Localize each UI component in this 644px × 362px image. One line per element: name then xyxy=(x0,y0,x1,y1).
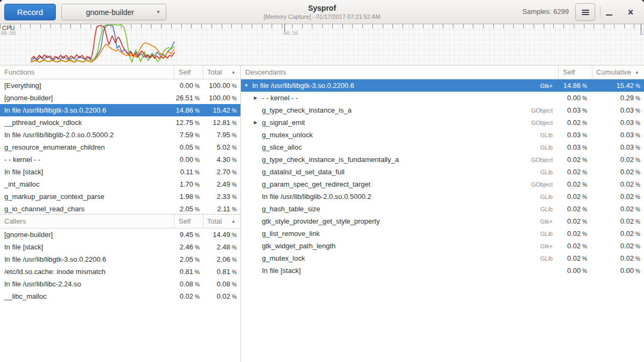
ruler-tick xyxy=(483,24,484,28)
function-name: In file /usr/lib/libgtk-3.so.0.2200.6 xyxy=(0,106,174,114)
ruler-tick xyxy=(634,24,634,28)
tree-row[interactable]: g_param_spec_get_redirect_target GObject… xyxy=(241,178,644,190)
self-percent: 0.81% xyxy=(174,268,203,276)
descendants-column-header[interactable]: Descendants xyxy=(241,65,558,79)
sort-ascending-icon: ▲ xyxy=(635,70,639,75)
tree-row[interactable]: g_mutex_lock GLib 0.02% 0.02% xyxy=(241,252,644,264)
tree-row[interactable]: gtk_style_provider_get_style_property Gt… xyxy=(241,215,644,227)
descendants-self-column-header[interactable]: Self xyxy=(558,65,592,79)
tree-row[interactable]: g_type_check_instance_is_a GObject 0.03%… xyxy=(241,104,644,116)
callers-table-header: Callers Self Total ▲ xyxy=(0,215,240,228)
function-name: g_mutex_unlock xyxy=(262,131,313,139)
table-row[interactable]: __pthread_rwlock_rdlock 12.75% 12.81% xyxy=(0,116,240,129)
function-name: g_datalist_id_set_data_full xyxy=(262,168,345,176)
callers-self-column-header[interactable]: Self xyxy=(174,215,203,228)
expander-icon[interactable]: ▼ xyxy=(244,83,252,88)
ruler-tick xyxy=(131,24,131,28)
table-row[interactable]: In file [stack] 2.46% 2.48% xyxy=(0,241,240,253)
tree-row[interactable]: g_datalist_id_set_data_full GLib 0.02% 0… xyxy=(241,166,644,178)
descendants-cumulative-column-header[interactable]: Cumulative ▲ xyxy=(592,65,644,79)
self-percent: 12.75% xyxy=(174,119,203,127)
tree-row[interactable]: g_mutex_unlock GLib 0.03% 0.03% xyxy=(241,129,644,141)
total-percent: 100.00% xyxy=(203,94,240,102)
self-percent: 1.98% xyxy=(174,193,203,201)
ruler-tick xyxy=(614,24,614,28)
tree-row[interactable]: g_type_check_instance_is_fundamentally_a… xyxy=(241,153,644,166)
self-percent: 7.59% xyxy=(174,131,203,139)
table-row[interactable]: __libc_malloc 0.02% 0.02% xyxy=(0,290,240,302)
functions-self-column-header[interactable]: Self xyxy=(174,65,203,79)
callers-column-header[interactable]: Callers xyxy=(0,215,174,228)
functions-total-column-header[interactable]: Total ▲ xyxy=(203,65,240,79)
cumulative-header-label: Cumulative xyxy=(596,68,631,76)
tree-row[interactable]: ▼ In file /usr/lib/libgtk-3.so.0.2200.6 … xyxy=(241,79,644,92)
self-percent: 0.03% xyxy=(558,106,592,114)
function-name: g_hash_table_size xyxy=(262,205,320,213)
process-selector-dropdown[interactable]: gnome-builder ▼ xyxy=(61,4,166,20)
table-row[interactable]: In file /usr/lib/libgtk-3.so.0.2200.6 14… xyxy=(0,104,240,116)
total-percent: 0.08% xyxy=(203,280,240,288)
table-row[interactable]: g_markup_parse_context_parse 1.98% 2.33% xyxy=(0,190,240,203)
functions-column-header[interactable]: Functions xyxy=(0,65,174,79)
self-percent: 0.05% xyxy=(174,143,203,151)
tree-row[interactable]: ▶ - - kernel - - 0.00% 0.29% xyxy=(241,92,644,104)
ruler-tick xyxy=(101,24,101,28)
record-button[interactable]: Record xyxy=(4,4,56,20)
ruler-tick xyxy=(171,24,172,28)
ruler-tick xyxy=(262,24,262,28)
cpu-graph[interactable]: CPU 00:0000:3001:00 xyxy=(0,24,644,65)
ruler-tick xyxy=(141,24,142,28)
close-button[interactable]: × xyxy=(621,3,640,21)
tree-row[interactable]: In file [stack] 0.00% 0.00% xyxy=(241,264,644,277)
expander-icon[interactable]: ▶ xyxy=(254,95,262,100)
cpu-graph-canvas xyxy=(0,24,644,65)
descendants-list: ▼ In file /usr/lib/libgtk-3.so.0.2200.6 … xyxy=(241,79,644,277)
ruler-tick xyxy=(322,24,323,28)
time-label: 00:30 xyxy=(283,31,298,36)
table-row[interactable]: g_io_channel_read_chars 2.05% 2.11% xyxy=(0,203,240,215)
function-name: __libc_malloc xyxy=(0,292,174,300)
total-percent: 2.48% xyxy=(203,243,240,251)
ruler-tick xyxy=(61,24,61,28)
minimize-button[interactable] xyxy=(600,3,618,21)
ruler-tick xyxy=(161,24,162,28)
tree-row[interactable]: g_slice_alloc GLib 0.03% 0.03% xyxy=(241,141,644,153)
ruler-tick xyxy=(191,24,192,28)
ruler-tick xyxy=(392,24,393,28)
table-row[interactable]: _int_malloc 1.70% 2.49% xyxy=(0,178,240,190)
right-pane: Descendants Self Cumulative ▲ ▼ In file … xyxy=(241,65,644,362)
tree-row[interactable]: g_hash_table_size GLib 0.02% 0.02% xyxy=(241,203,644,215)
main-area: Functions Self Total ▲ [Everything] 0.00… xyxy=(0,65,644,362)
ruler-tick xyxy=(604,24,604,28)
chevron-down-icon: ▼ xyxy=(156,10,160,14)
function-name: In file /usr/lib/libglib-2.0.so.0.5000.2 xyxy=(262,193,371,201)
self-percent: 14.86% xyxy=(558,82,592,90)
table-row[interactable]: [gnome-builder] 26.51% 100.00% xyxy=(0,92,240,104)
cumulative-percent: 0.29% xyxy=(592,94,644,102)
ruler-tick xyxy=(50,24,51,28)
function-name: gtk_style_provider_get_style_property xyxy=(262,217,380,225)
tree-row[interactable]: g_list_remove_link GLib 0.02% 0.02% xyxy=(241,227,644,240)
table-row[interactable]: In file [stack] 0.11% 2.70% xyxy=(0,166,240,178)
table-row[interactable]: [Everything] 0.00% 100.00% xyxy=(0,79,240,92)
ruler-tick xyxy=(181,24,182,28)
samples-count: Samples: 6299 xyxy=(522,8,569,16)
ruler-tick xyxy=(111,24,111,28)
table-row[interactable]: g_resource_enumerate_children 0.05% 5.02… xyxy=(0,141,240,153)
callers-total-column-header[interactable]: Total ▲ xyxy=(203,215,240,228)
table-row[interactable]: In file /usr/lib/libglib-2.0.so.0.5000.2… xyxy=(0,129,240,141)
table-row[interactable]: - - kernel - - 0.00% 4.30% xyxy=(0,153,240,166)
table-row[interactable]: [gnome-builder] 9.45% 14.49% xyxy=(0,228,240,241)
table-row[interactable]: In file /usr/lib/libgtk-3.so.0.2200.6 2.… xyxy=(0,253,240,265)
table-row[interactable]: In file /usr/lib/libc-2.24.so 0.08% 0.08… xyxy=(0,278,240,290)
function-name: In file [stack] xyxy=(262,267,301,275)
table-row[interactable]: /etc/ld.so.cache: inode mismatch 0.81% 0… xyxy=(0,265,240,278)
tree-row[interactable]: In file /usr/lib/libglib-2.0.so.0.5000.2… xyxy=(241,190,644,203)
self-percent: 0.03% xyxy=(558,143,592,151)
function-name: __pthread_rwlock_rdlock xyxy=(0,119,174,127)
expander-icon[interactable]: ▶ xyxy=(254,120,262,125)
tree-row[interactable]: ▶ g_signal_emit GObject 0.02% 0.03% xyxy=(241,116,644,129)
tree-row[interactable]: gtk_widget_path_length Gtk+ 0.02% 0.02% xyxy=(241,240,644,252)
menu-button[interactable] xyxy=(575,3,595,21)
function-name: In file /usr/lib/libglib-2.0.so.0.5000.2 xyxy=(0,131,174,139)
